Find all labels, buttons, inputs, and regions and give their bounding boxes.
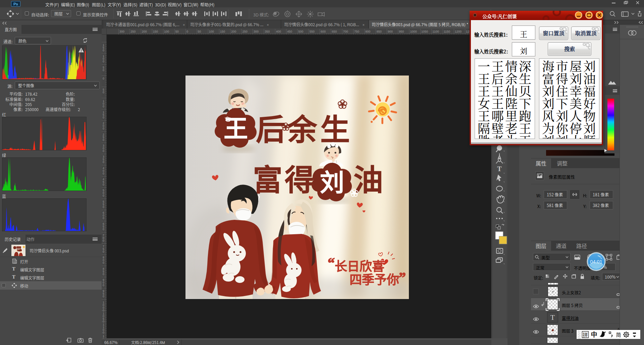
svg-text:0: 0 xyxy=(103,116,104,119)
svg-text:150: 150 xyxy=(220,30,225,33)
svg-text:04:01: 04:01 xyxy=(590,259,602,264)
svg-text:300: 300 xyxy=(254,30,259,33)
svg-text:0: 0 xyxy=(103,273,104,276)
svg-text:0: 0 xyxy=(103,49,104,52)
svg-text:0: 0 xyxy=(103,250,104,253)
svg-text:250: 250 xyxy=(130,30,136,33)
svg-text:后: 后 xyxy=(256,106,285,148)
svg-text:100: 100 xyxy=(209,30,214,33)
svg-text:750: 750 xyxy=(354,30,359,33)
svg-text:350: 350 xyxy=(265,30,270,33)
svg-text:0: 0 xyxy=(103,183,104,186)
svg-text:余: 余 xyxy=(287,106,317,148)
svg-text:刘: 刘 xyxy=(320,163,344,198)
svg-text:T: T xyxy=(497,165,502,172)
svg-text:得: 得 xyxy=(285,156,314,199)
svg-text:500: 500 xyxy=(298,30,303,33)
svg-text:700: 700 xyxy=(343,30,348,33)
svg-text:“: “ xyxy=(328,255,335,270)
svg-text:250: 250 xyxy=(243,30,248,33)
svg-text:拼: 拼 xyxy=(583,331,588,338)
svg-text:0: 0 xyxy=(103,77,104,80)
svg-text:王: 王 xyxy=(224,109,248,144)
svg-text:400: 400 xyxy=(276,30,281,33)
svg-text:100: 100 xyxy=(164,30,169,33)
svg-text:1050: 1050 xyxy=(421,30,428,33)
svg-text:0: 0 xyxy=(103,261,104,264)
svg-text:简: 简 xyxy=(616,331,621,338)
svg-text:0: 0 xyxy=(103,216,104,220)
svg-text:0: 0 xyxy=(103,105,104,108)
svg-text:0: 0 xyxy=(103,160,104,164)
svg-text:0: 0 xyxy=(186,30,188,33)
svg-text:0: 0 xyxy=(103,205,104,209)
svg-text:1000: 1000 xyxy=(410,30,417,33)
svg-text:0: 0 xyxy=(103,295,104,298)
svg-text:50: 50 xyxy=(175,30,179,33)
svg-text:550: 550 xyxy=(310,30,315,33)
svg-text:0: 0 xyxy=(103,60,104,63)
svg-text:生: 生 xyxy=(320,106,350,148)
svg-text:0: 0 xyxy=(103,239,104,242)
svg-text:450: 450 xyxy=(287,30,292,33)
svg-text:0: 0 xyxy=(103,228,104,231)
svg-text:中: 中 xyxy=(591,330,597,339)
svg-text:150: 150 xyxy=(153,30,158,33)
svg-text:富: 富 xyxy=(253,156,282,199)
svg-text:1: 1 xyxy=(103,337,104,338)
svg-text:0: 0 xyxy=(103,284,104,287)
svg-text:650: 650 xyxy=(332,30,337,33)
svg-text:0: 0 xyxy=(103,149,104,153)
svg-text:1150: 1150 xyxy=(444,30,450,33)
svg-text:200: 200 xyxy=(142,30,147,33)
svg-text:850: 850 xyxy=(377,30,382,33)
svg-text:300: 300 xyxy=(119,30,124,33)
svg-text:200: 200 xyxy=(231,30,236,33)
svg-text:1200: 1200 xyxy=(455,30,462,33)
svg-text:950: 950 xyxy=(399,30,404,33)
svg-text:0: 0 xyxy=(103,172,104,175)
svg-text:1100: 1100 xyxy=(432,30,439,33)
svg-text:”: ” xyxy=(399,270,406,285)
svg-text:0: 0 xyxy=(103,194,104,197)
svg-text:0: 0 xyxy=(103,91,104,94)
svg-text:600: 600 xyxy=(321,30,326,33)
svg-text:50: 50 xyxy=(198,30,201,33)
svg-text:900: 900 xyxy=(388,30,393,33)
svg-text:800: 800 xyxy=(365,30,370,33)
svg-text:0: 0 xyxy=(103,127,104,130)
svg-text:四季予你: 四季予你 xyxy=(350,270,399,288)
svg-text:0: 0 xyxy=(103,138,104,142)
svg-text:0: 0 xyxy=(103,68,104,72)
